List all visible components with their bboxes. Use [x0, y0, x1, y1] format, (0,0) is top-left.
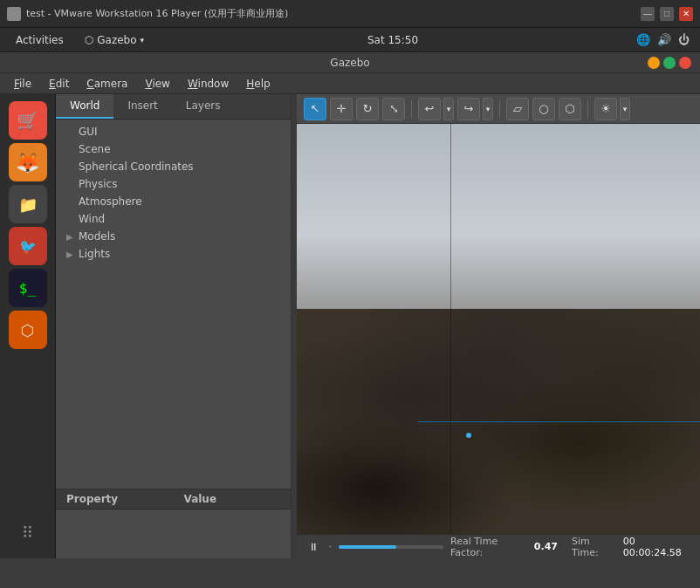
- tree-item-lights-label: Lights: [79, 248, 110, 260]
- tree-item-gui[interactable]: GUI: [56, 123, 291, 140]
- viewport-object-point: [466, 433, 471, 438]
- sphere-tool-button[interactable]: ○: [532, 98, 555, 120]
- realtime-value: 0.47: [534, 541, 558, 552]
- close-button[interactable]: ✕: [679, 7, 693, 21]
- box-tool-button[interactable]: ▱: [506, 98, 529, 120]
- prop-table-header: Property Value: [56, 489, 291, 509]
- viewport-vertical-divider: [450, 124, 451, 309]
- sim-progress-fill: [339, 545, 396, 549]
- chevron-down-icon: ▾: [141, 36, 145, 44]
- property-col-header: Property: [56, 489, 174, 509]
- app-minimize-button[interactable]: [648, 57, 660, 69]
- rotate-tool-button[interactable]: ↻: [356, 98, 379, 120]
- sim-progress-bar: [339, 545, 443, 549]
- realtime-label: Real Time Factor:: [450, 536, 527, 558]
- tree-item-atmosphere-label: Atmosphere: [79, 195, 142, 208]
- app-window-controls: [648, 57, 691, 69]
- undo-arrow[interactable]: ▾: [443, 98, 454, 120]
- gazebo-icon: ⬡: [85, 34, 93, 46]
- tree-item-models-label: Models: [79, 230, 115, 243]
- tree-item-atmosphere[interactable]: Atmosphere: [56, 193, 291, 210]
- system-tray: 🌐 🔊 ⏻: [636, 33, 690, 46]
- app-close-button[interactable]: [679, 57, 691, 69]
- menu-window[interactable]: Window: [181, 76, 236, 92]
- tree-item-models[interactable]: ▶ Models: [56, 228, 291, 245]
- menu-file[interactable]: File: [7, 76, 38, 92]
- value-col-header: Value: [174, 489, 292, 509]
- main-content: 🛒 🦊 📁 🐦 $_ ⬡ ⠿ World Insert Layers GUI S…: [0, 94, 700, 558]
- simtime-label: Sim Time:: [572, 536, 616, 558]
- redo-button[interactable]: ↪: [457, 98, 480, 120]
- tree-item-lights[interactable]: ▶ Lights: [56, 245, 291, 263]
- status-separator: ·: [329, 541, 333, 552]
- property-table: Property Value: [56, 489, 291, 558]
- viewport-vertical-guide: [450, 309, 451, 535]
- undo-button[interactable]: ↩: [418, 98, 441, 120]
- maximize-button[interactable]: □: [660, 7, 674, 21]
- volume-icon[interactable]: 🔊: [657, 33, 671, 46]
- tree-item-wind[interactable]: Wind: [56, 210, 291, 228]
- tree-item-physics-label: Physics: [79, 178, 117, 190]
- left-panel: World Insert Layers GUI Scene Spherical …: [56, 94, 292, 558]
- system-bar: Activities ⬡ Gazebo ▾ Sat 15:50 🌐 🔊 ⏻: [0, 28, 700, 52]
- tree-item-scene-label: Scene: [79, 143, 111, 155]
- app-icon-app2[interactable]: 🐦: [9, 227, 47, 265]
- tab-world[interactable]: World: [56, 94, 113, 119]
- pause-button[interactable]: ⏸: [305, 538, 322, 556]
- light-tool-button[interactable]: ☀: [594, 98, 617, 120]
- app-sidebar: 🛒 🦊 📁 🐦 $_ ⬡ ⠿: [0, 94, 56, 558]
- power-icon[interactable]: ⏻: [678, 33, 690, 46]
- viewport-sky: [297, 124, 700, 309]
- gazebo-label: Gazebo: [97, 34, 136, 46]
- gazebo-app-button[interactable]: ⬡ Gazebo ▾: [79, 32, 149, 48]
- network-icon[interactable]: 🌐: [636, 33, 650, 46]
- viewport-ground: [297, 309, 700, 535]
- tree-item-spherical-label: Spherical Coordinates: [79, 161, 194, 173]
- app-maximize-button[interactable]: [663, 57, 676, 69]
- vm-icon: [7, 7, 21, 21]
- menu-camera[interactable]: Camera: [79, 76, 134, 92]
- tab-insert[interactable]: Insert: [113, 94, 171, 119]
- tree-item-spherical-coordinates[interactable]: Spherical Coordinates: [56, 158, 291, 175]
- tree-item-gui-label: GUI: [79, 126, 98, 138]
- simtime-value: 00 00:00:24.58: [623, 536, 691, 558]
- tree-item-wind-label: Wind: [79, 213, 105, 225]
- system-clock: Sat 15:50: [160, 34, 626, 46]
- toolbar-separator-1: [411, 100, 412, 118]
- app-icon-store[interactable]: 🛒: [9, 101, 47, 140]
- titlebar: test - VMware Workstation 16 Player (仅用于…: [0, 0, 700, 28]
- tree-item-physics[interactable]: Physics: [56, 175, 291, 193]
- app-icon-files[interactable]: 📁: [9, 185, 47, 223]
- toolbar-separator-2: [499, 100, 500, 118]
- viewport-horizon-line: [418, 421, 700, 422]
- titlebar-text: test - VMware Workstation 16 Player (仅用于…: [26, 7, 635, 20]
- status-bar: ⏸ · Real Time Factor: 0.47 Sim Time: 00 …: [297, 534, 700, 558]
- light-arrow[interactable]: ▾: [620, 98, 630, 120]
- minimize-button[interactable]: —: [641, 7, 655, 21]
- menu-edit[interactable]: Edit: [42, 76, 76, 92]
- app-title: Gazebo: [330, 57, 369, 69]
- app-titlebar: Gazebo: [0, 52, 700, 73]
- app-grid-button[interactable]: ⠿: [9, 513, 47, 551]
- select-tool-button[interactable]: ↖: [304, 98, 326, 120]
- viewport-toolbar: ↖ ✛ ↻ ⤡ ↩ ▾ ↪ ▾ ▱ ○ ⬡ ☀ ▾: [297, 94, 700, 124]
- expand-arrow: ▶: [66, 232, 75, 242]
- 3d-viewport[interactable]: [297, 124, 700, 534]
- menu-bar: File Edit Camera View Window Help: [0, 73, 700, 94]
- menu-help[interactable]: Help: [239, 76, 277, 92]
- cylinder-tool-button[interactable]: ⬡: [559, 98, 581, 120]
- app-icon-gazebo[interactable]: ⬡: [9, 311, 47, 349]
- menu-view[interactable]: View: [138, 76, 176, 92]
- tab-layers[interactable]: Layers: [172, 94, 235, 119]
- app-icon-firefox[interactable]: 🦊: [9, 143, 47, 181]
- scale-tool-button[interactable]: ⤡: [382, 98, 405, 120]
- translate-tool-button[interactable]: ✛: [330, 98, 353, 120]
- toolbar-separator-3: [587, 100, 588, 118]
- right-panel: ↖ ✛ ↻ ⤡ ↩ ▾ ↪ ▾ ▱ ○ ⬡ ☀ ▾: [297, 94, 700, 558]
- tree-item-scene[interactable]: Scene: [56, 140, 291, 158]
- activities-button[interactable]: Activities: [10, 32, 69, 48]
- tab-bar: World Insert Layers: [56, 94, 291, 120]
- app-icon-terminal[interactable]: $_: [9, 269, 47, 307]
- redo-arrow[interactable]: ▾: [483, 98, 493, 120]
- world-tree: GUI Scene Spherical Coordinates Physics …: [56, 120, 291, 489]
